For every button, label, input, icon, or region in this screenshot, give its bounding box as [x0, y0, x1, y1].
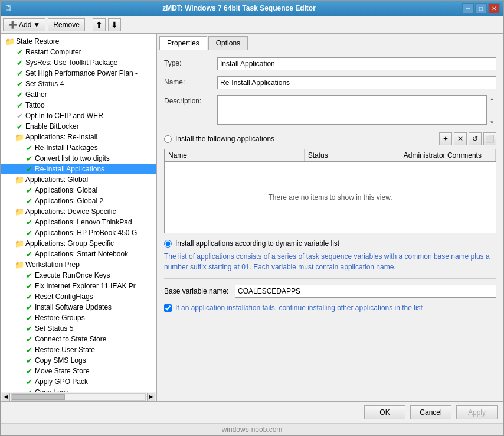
description-value: ▲ ▼ [217, 95, 496, 126]
tree-item[interactable]: 📁Applications: Re-Install [1, 132, 156, 142]
tree-item[interactable]: ✔Set Status 5 [1, 323, 156, 334]
name-input[interactable] [217, 76, 496, 89]
tree-item[interactable]: ✔Restore Groups [1, 313, 156, 323]
tree-item[interactable]: ✔SysRes: Use Toolkit Package [1, 57, 156, 68]
tree-item[interactable]: ✔Reset ConfigFlags [1, 291, 156, 302]
tree-item[interactable]: ✔Apply GPO Pack [1, 376, 156, 387]
tree-item[interactable]: ✔Gather [1, 89, 156, 100]
tree-item[interactable]: ✔Applications: Global 2 [1, 196, 156, 206]
watermark: windows-noob.com [1, 423, 503, 435]
tab-properties[interactable]: Properties [159, 36, 207, 50]
name-label: Name: [164, 76, 217, 86]
check-green-icon: ✔ [24, 228, 34, 237]
tree-item[interactable]: ✔Execute RunOnce Keys [1, 270, 156, 281]
check-green-icon: ✔ [24, 324, 34, 333]
tree-item-label: Applications: Global [35, 186, 97, 194]
tree-item[interactable]: ✔Move State Store [1, 366, 156, 376]
scrollbar-thumb[interactable] [12, 394, 65, 400]
refresh-button[interactable]: ↺ [469, 132, 482, 145]
tab-options[interactable]: Options [208, 36, 248, 50]
tree-item[interactable]: 📁Applications: Device Specific [1, 206, 156, 217]
toolbar-icon-btn2[interactable]: ⬇ [108, 18, 121, 31]
install-dynamic-label: Install applications according to dynami… [175, 239, 339, 248]
scroll-right-btn[interactable]: ▶ [147, 393, 155, 401]
tree-item[interactable]: ✔Install Software Updates [1, 302, 156, 313]
tree-view[interactable]: 📁State Restore✔Restart Computer✔SysRes: … [1, 34, 156, 392]
check-green-icon: ✔ [15, 90, 24, 99]
export-button[interactable]: ⬜ [483, 132, 496, 145]
tree-item[interactable]: ✔Tattoo [1, 100, 156, 110]
left-panel: 📁State Restore✔Restart Computer✔SysRes: … [1, 34, 157, 401]
tree-item[interactable]: 📁Workstation Prep [1, 259, 156, 270]
tree-item[interactable]: ✔Connect to State Store [1, 334, 156, 344]
tree-item[interactable]: ✔Re-Install Applications [1, 164, 156, 174]
tree-item[interactable]: ✔Restore User State [1, 344, 156, 355]
tree-item[interactable]: ✔Set High Performance Power Plan - [1, 68, 156, 79]
install-dynamic-row: Install applications according to dynami… [164, 239, 496, 248]
name-value [217, 76, 496, 89]
tree-item[interactable]: ✔Re-Install Packages [1, 142, 156, 153]
tree-item[interactable]: 📁Applications: Global [1, 174, 156, 185]
toolbar: ➕ Add ▼ Remove ⬆ ⬇ [1, 16, 503, 34]
tree-item[interactable]: ✔Convert list to two digits [1, 153, 156, 164]
check-green-icon: ✔ [24, 356, 34, 365]
close-button[interactable]: ✕ [488, 3, 500, 14]
tree-item-label: Applications: Group Specific [25, 239, 114, 248]
ok-button[interactable]: OK [364, 405, 405, 419]
maximize-button[interactable]: □ [475, 3, 487, 14]
add-button[interactable]: ➕ Add ▼ [3, 18, 45, 31]
tree-item-label: Set Status 4 [25, 80, 64, 88]
continue-on-fail-checkbox[interactable] [164, 304, 172, 312]
install-following-radio[interactable] [164, 135, 172, 143]
folder-icon: 📁 [15, 239, 24, 248]
remove-label: Remove [53, 21, 80, 29]
tree-item-label: Re-Install Packages [35, 144, 98, 152]
scroll-up-arrow[interactable]: ▲ [489, 95, 496, 103]
tree-item[interactable]: ✔Enable BitLocker [1, 121, 156, 132]
check-green-icon: ✔ [24, 366, 34, 376]
minimize-button[interactable]: ─ [462, 3, 474, 14]
tree-item-label: Set Status 5 [35, 324, 73, 333]
tree-item[interactable]: ✔Opt In to CEIP and WER [1, 110, 156, 121]
description-scrollbar[interactable]: ▲ ▼ [487, 95, 496, 126]
remove-button[interactable]: Remove [48, 18, 85, 31]
scrollbar-track[interactable] [11, 393, 146, 401]
apply-button[interactable]: Apply [456, 405, 498, 419]
tree-item[interactable]: ✔Restart Computer [1, 47, 156, 57]
toolbar-icon-btn1[interactable]: ⬆ [93, 18, 106, 31]
tree-item[interactable]: ✔Applications: Smart Notebook [1, 249, 156, 259]
tree-item-label: Applications: Device Specific [25, 207, 116, 216]
horizontal-scrollbar[interactable]: ◀ ▶ [1, 392, 156, 401]
tree-item[interactable]: 📁Applications: Group Specific [1, 238, 156, 249]
cancel-button[interactable]: Cancel [410, 405, 451, 419]
tree-item-label: Fix Internet Explorer 11 IEAK Pr [35, 282, 136, 290]
tree-item[interactable]: ✔Copy SMS Logs [1, 355, 156, 366]
base-variable-input[interactable] [235, 285, 496, 298]
check-green-icon: ✔ [24, 154, 34, 163]
tree-item-label: Opt In to CEIP and WER [25, 112, 103, 120]
dynamic-description: The list of applications consists of a s… [164, 251, 496, 272]
tree-item[interactable]: ✔Applications: HP ProBook 450 G [1, 227, 156, 238]
tree-item[interactable]: ✔Applications: Lenovo ThinkPad [1, 217, 156, 227]
col-name: Name [165, 149, 305, 161]
tree-item-label: Applications: Lenovo ThinkPad [35, 218, 132, 226]
bottom-bar: OK Cancel Apply [1, 401, 503, 423]
star-button[interactable]: ✦ [439, 132, 452, 145]
tree-item[interactable]: ✔Set Status 4 [1, 79, 156, 89]
tree-item[interactable]: ✔Applications: Global [1, 185, 156, 196]
scroll-down-arrow[interactable]: ▼ [489, 119, 496, 126]
type-input[interactable] [217, 57, 496, 70]
description-input[interactable] [217, 95, 487, 125]
install-dynamic-radio[interactable] [164, 240, 172, 248]
properties-content: Type: Name: Description: [157, 50, 503, 401]
folder-icon: 📁 [15, 132, 24, 142]
scroll-left-btn[interactable]: ◀ [2, 393, 10, 401]
check-green-icon: ✔ [15, 58, 24, 67]
check-green-icon: ✔ [24, 302, 34, 312]
tree-item[interactable]: ✔Fix Internet Explorer 11 IEAK Pr [1, 281, 156, 291]
col-status: Status [305, 149, 400, 161]
tree-item[interactable]: ✔Copy Logs [1, 387, 156, 392]
tree-item[interactable]: 📁State Restore [1, 36, 156, 47]
check-green-icon: ✔ [24, 334, 34, 344]
delete-button[interactable]: ✕ [454, 132, 467, 145]
